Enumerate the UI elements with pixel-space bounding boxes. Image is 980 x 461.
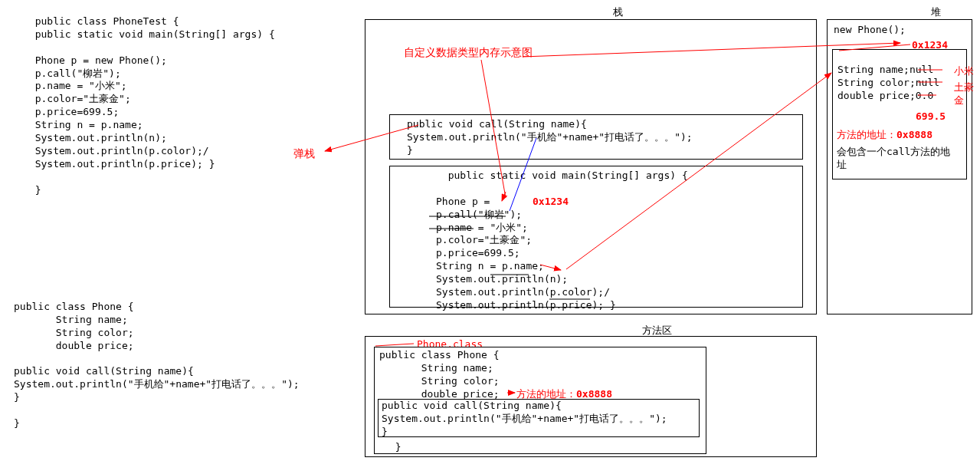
method-area-call-code: public void call(String name){ System.ou… <box>382 400 696 439</box>
addr-1234-stack: 0x1234 <box>533 196 569 209</box>
heap-price: 699.5 <box>916 110 946 123</box>
method-addr-heap: 方法的地址：0x8888 <box>837 129 932 142</box>
call-addr-note: 会包含一个call方法的地址 <box>837 146 959 172</box>
heap-tuhaojin: 土豪金 <box>954 81 980 107</box>
heap-fields: String name;null String color;null doubl… <box>837 64 962 103</box>
pop-stack-label: 弹栈 <box>293 147 315 160</box>
method-area-close: } <box>383 441 401 454</box>
stack-main-code: public static void main(String[] args) {… <box>398 170 795 312</box>
new-phone: new Phone(); <box>834 24 965 37</box>
stack-frame-main: public static void main(String[] args) {… <box>389 166 803 308</box>
method-area-call-box: public void call(String name){ System.ou… <box>378 399 700 437</box>
stack-label: 栈 <box>613 6 623 19</box>
code-phone-class: public class Phone { String name; String… <box>14 301 300 430</box>
code-phonetest: public class PhoneTest { public static v… <box>23 15 275 196</box>
stack-frame-call: public void call(String name){ System.ou… <box>389 114 803 160</box>
stack-call-code: public void call(String name){ System.ou… <box>395 118 798 157</box>
heap-label: 堆 <box>931 6 941 19</box>
heap-xiaomi: 小米 <box>954 65 974 78</box>
